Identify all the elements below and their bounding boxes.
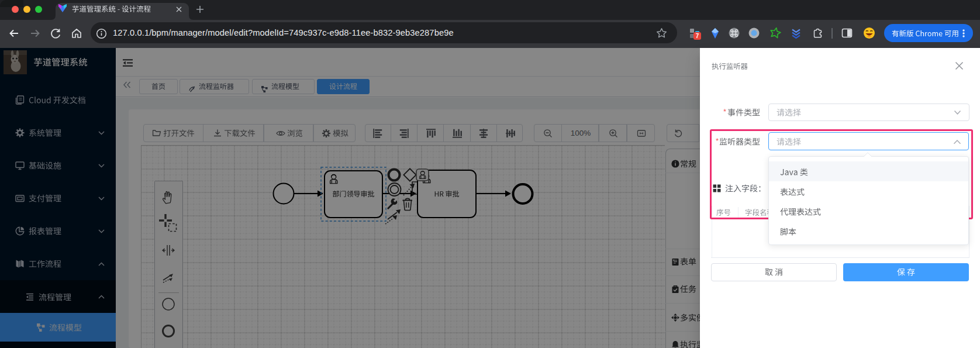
svg-text:7: 7: [696, 33, 699, 39]
